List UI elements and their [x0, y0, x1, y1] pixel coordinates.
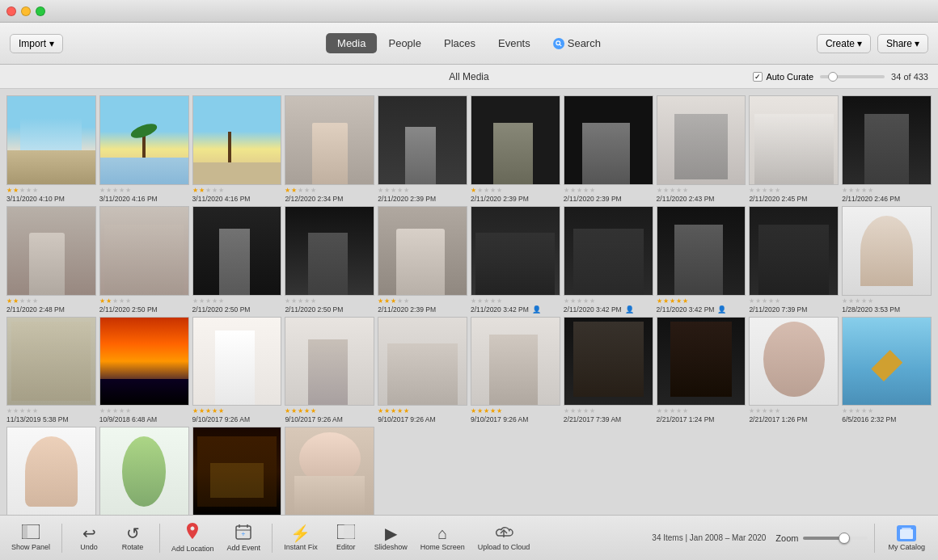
svg-rect-14	[902, 528, 911, 529]
rotate-label: Rotate	[122, 543, 144, 551]
rotate-icon: ↺	[126, 525, 140, 541]
tab-media[interactable]: Media	[326, 33, 377, 53]
create-label: Create	[826, 38, 855, 49]
search-circle-icon	[553, 38, 564, 49]
tab-places[interactable]: Places	[433, 33, 487, 53]
toolbar-divider-4	[874, 524, 875, 553]
list-item[interactable]: ★★★★★2/11/2020 2:39 PM	[564, 95, 653, 203]
share-label: Share	[886, 38, 912, 49]
photo-count: 34 of 433	[891, 72, 928, 82]
close-button[interactable]	[6, 6, 16, 16]
tab-people[interactable]: People	[377, 33, 432, 53]
svg-line-1	[560, 44, 561, 46]
list-item[interactable]: ★★★★★2/11/2020 3:42 PM👤	[657, 206, 746, 314]
share-button[interactable]: Share ▾	[877, 34, 928, 53]
add-location-button[interactable]: + Add Location	[167, 520, 219, 556]
home-screen-icon: ⌂	[437, 525, 447, 541]
thumbnail-size-slider[interactable]	[820, 75, 885, 78]
undo-button[interactable]: ↩ Undo	[69, 522, 109, 554]
list-item[interactable]: ★★★★★2/11/2020 3:42 PM👤	[471, 206, 560, 314]
my-catalog-button[interactable]: My Catalog	[881, 522, 932, 554]
list-item[interactable]: ★★★★★2/21/2017 7:39 AM	[564, 317, 653, 424]
list-item[interactable]: ★★★★★9/10/2017 9:26 AM	[378, 317, 467, 424]
upload-cloud-button[interactable]: Upload to Cloud	[473, 521, 535, 554]
instant-fix-button[interactable]: ⚡ Instant Fix	[279, 522, 323, 554]
zoom-slider[interactable]	[803, 537, 868, 540]
list-item[interactable]: ★★★★★2/12/2020 2:34 PM	[285, 95, 374, 203]
home-screen-button[interactable]: ⌂ Home Screen	[416, 522, 470, 554]
show-panel-button[interactable]: Show Panel	[6, 521, 55, 554]
list-item[interactable]: ★★★★★10/26/2011 8:57 PM	[192, 427, 282, 515]
list-item[interactable]: ★★★★★2/21/2017 1:24 PM	[657, 317, 746, 424]
sub-toolbar-right: ✓ Auto Curate 34 of 433	[753, 72, 928, 82]
tab-search[interactable]: Search	[542, 33, 612, 53]
slider-thumb	[828, 72, 838, 82]
import-button[interactable]: Import ▾	[10, 34, 63, 53]
undo-label: Undo	[80, 543, 98, 551]
nav-tabs: Media People Places Events Search	[326, 33, 612, 53]
my-catalog-label: My Catalog	[888, 543, 925, 551]
zoom-label: Zoom	[775, 533, 798, 543]
list-item[interactable]: ★★★★★2/11/2020 2:50 PM	[99, 206, 189, 314]
bottom-toolbar: Show Panel ↩ Undo ↺ Rotate + Add Locatio…	[0, 515, 938, 560]
add-event-label: Add Event	[227, 544, 261, 552]
list-item[interactable]: ★★★★★2/11/2020 2:50 PM	[192, 206, 282, 314]
list-item[interactable]: ★★★★★9/10/2017 9:26 AM	[285, 317, 374, 424]
instant-fix-label: Instant Fix	[284, 543, 318, 551]
toolbar-divider	[61, 524, 62, 553]
list-item[interactable]: ★★★★★2/11/2020 2:48 PM	[6, 206, 96, 314]
main-toolbar: Import ▾ Media People Places Events Sear…	[0, 23, 938, 65]
list-item[interactable]: ★★★★★2/11/2020 2:39 PM	[471, 95, 560, 203]
list-item[interactable]: ★★★★★10/9/2018 6:48 AM	[99, 317, 189, 424]
list-item[interactable]: ★★★★★3/11/2020 4:10 PM	[6, 95, 96, 203]
catalog-icon	[897, 525, 916, 541]
title-bar	[0, 0, 938, 23]
editor-button[interactable]: Editor	[326, 521, 366, 554]
svg-text:+: +	[242, 530, 246, 538]
share-chevron-icon: ▾	[915, 38, 919, 49]
list-item[interactable]: ★★★★★9/29/2012 1:41 PM	[99, 427, 189, 515]
minimize-button[interactable]	[21, 6, 31, 16]
svg-rect-13	[900, 529, 913, 539]
slideshow-button[interactable]: ▶ Slideshow	[370, 522, 412, 554]
tab-events[interactable]: Events	[487, 33, 542, 53]
slideshow-label: Slideshow	[374, 543, 408, 551]
list-item[interactable]: ★★★★★2/11/2020 7:39 PM	[749, 206, 839, 314]
list-item[interactable]: ★★★★★9/10/2017 9:26 AM	[471, 317, 560, 424]
list-item[interactable]: ★★★★★3/11/2020 4:16 PM	[99, 95, 189, 203]
home-screen-label: Home Screen	[420, 543, 465, 551]
list-item[interactable]: ★★★★★2/11/2020 2:39 PM	[378, 95, 467, 203]
list-item[interactable]: ★★★★★2/11/2020 2:46 PM	[842, 95, 932, 203]
add-event-icon: +	[235, 524, 251, 542]
list-item[interactable]: ★★★★★1/20/2008 11:31 PM	[285, 427, 374, 515]
list-item[interactable]: ★★★★★2/21/2017 1:26 PM	[749, 317, 839, 424]
sub-toolbar: All Media ✓ Auto Curate 34 of 433	[0, 65, 938, 89]
add-location-label: Add Location	[171, 545, 214, 553]
list-item[interactable]: ★★★★★2/11/2020 2:39 PM	[378, 206, 467, 314]
photo-grid-container[interactable]: ★★★★★3/11/2020 4:10 PM ★★★★★3/11/2020 4:…	[0, 89, 938, 515]
import-label: Import	[19, 38, 46, 49]
photo-grid: ★★★★★3/11/2020 4:10 PM ★★★★★3/11/2020 4:…	[6, 95, 932, 515]
status-text: 34 Items | Jan 2008 – Mar 2020	[652, 533, 766, 542]
list-item[interactable]: ★★★★★3/11/2020 4:16 PM	[192, 95, 282, 203]
list-item[interactable]: ★★★★★11/13/2019 5:38 PM	[6, 317, 96, 424]
list-item[interactable]: ★★★★★1/28/2020 3:53 PM	[842, 206, 932, 314]
list-item[interactable]: ★★★★★2/11/2020 2:50 PM	[285, 206, 374, 314]
auto-curate-label: Auto Curate	[766, 72, 813, 82]
create-button[interactable]: Create ▾	[817, 34, 871, 53]
auto-curate-checkbox[interactable]: ✓	[753, 72, 763, 82]
add-event-button[interactable]: + Add Event	[222, 520, 266, 555]
undo-icon: ↩	[82, 525, 96, 541]
svg-text:+: +	[191, 525, 194, 531]
list-item[interactable]: ★★★★★2/11/2020 2:45 PM	[749, 95, 839, 203]
editor-label: Editor	[336, 543, 356, 551]
list-item[interactable]: ★★★★★9/10/2017 9:26 AM	[192, 317, 282, 424]
list-item[interactable]: ★★★★★1/14/2016 8:09 PM	[6, 427, 96, 515]
zoom-thumb	[839, 533, 850, 544]
add-location-icon: +	[185, 523, 200, 543]
maximize-button[interactable]	[36, 6, 45, 16]
rotate-button[interactable]: ↺ Rotate	[112, 522, 153, 554]
list-item[interactable]: ★★★★★2/11/2020 2:43 PM	[657, 95, 746, 203]
list-item[interactable]: ★★★★★6/5/2016 2:32 PM	[842, 317, 932, 424]
list-item[interactable]: ★★★★★2/11/2020 3:42 PM👤	[564, 206, 653, 314]
